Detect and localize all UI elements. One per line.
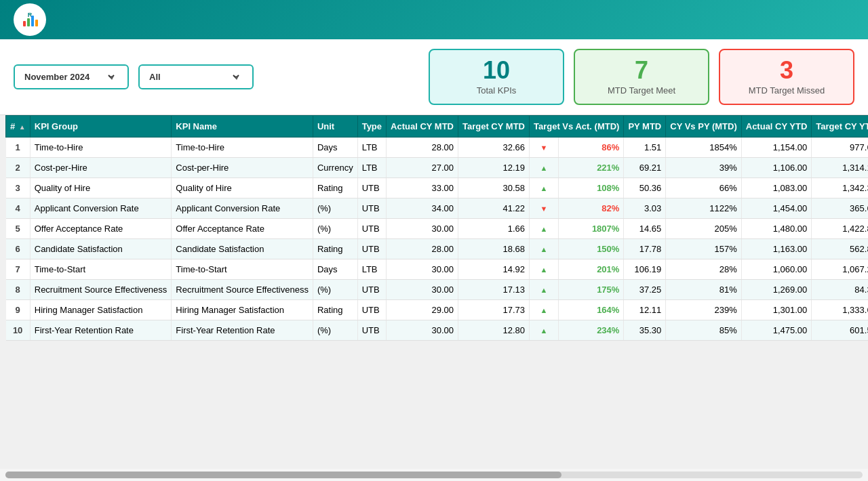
table-header-row: # ▲ KPI Group KPI Name Unit Type Actual …	[6, 116, 869, 138]
cell-kpi-name: First-Year Retention Rate	[172, 320, 313, 341]
cell-kpi-group: Cost-per-Hire	[30, 158, 172, 178]
cell-py-mtd: 37.25	[624, 280, 666, 300]
cell-type: UTB	[357, 300, 386, 320]
total-kpis-label: Total KPIs	[449, 85, 544, 96]
cell-kpi-name: Time-to-Start	[172, 259, 313, 280]
cell-actual-cy-ytd: 1,454.00	[741, 198, 812, 219]
cell-pct: 150%	[559, 239, 624, 259]
cell-num: 9	[6, 300, 31, 320]
cell-num: 7	[6, 259, 31, 280]
cell-kpi-group: Offer Acceptance Rate	[30, 219, 172, 239]
cell-target-cy-mtd: 14.92	[458, 259, 529, 280]
table-row: 3 Quality of Hire Quality of Hire Rating…	[6, 178, 869, 198]
svg-rect-3	[27, 18, 30, 26]
cell-kpi-name: Hiring Manager Satisfaction	[172, 300, 313, 320]
cell-actual-cy-ytd: 1,106.00	[741, 158, 812, 178]
cell-actual-cy-ytd: 1,163.00	[741, 239, 812, 259]
cell-cy-vs-py: 239%	[666, 300, 741, 320]
kpi-summary-cards: 10 Total KPIs 7 MTD Target Meet 3 MTD Ta…	[429, 49, 854, 105]
cell-kpi-group: Candidate Satisfaction	[30, 239, 172, 259]
svg-rect-4	[31, 16, 34, 26]
cell-num: 1	[6, 138, 31, 158]
cell-unit: Days	[313, 138, 357, 158]
col-actual-cy-mtd: Actual CY MTD	[387, 116, 458, 138]
cell-actual-cy-ytd: 1,154.00	[741, 138, 812, 158]
cell-py-mtd: 35.30	[624, 320, 666, 341]
mtd-missed-value: 3	[739, 58, 834, 83]
svg-rect-5	[35, 20, 38, 26]
horizontal-scrollbar[interactable]	[0, 469, 868, 481]
cell-arrow: ▲	[529, 178, 558, 198]
cell-kpi-group: Hiring Manager Satisfaction	[30, 300, 172, 320]
arrow-up-icon: ▲	[540, 164, 548, 172]
table-row: 1 Time-to-Hire Time-to-Hire Days LTB 28.…	[6, 138, 869, 158]
arrow-up-icon: ▲	[540, 286, 548, 294]
cell-target-cy-ytd: 1,314.14	[812, 158, 868, 178]
mtd-meet-label: MTD Target Meet	[594, 85, 689, 96]
col-kpi-name: KPI Name	[172, 116, 313, 138]
header: R	[0, 0, 868, 39]
cell-unit: Rating	[313, 239, 357, 259]
cell-kpi-group: Time-to-Hire	[30, 138, 172, 158]
cell-cy-vs-py: 1854%	[666, 138, 741, 158]
col-kpi-group: KPI Group	[30, 116, 172, 138]
scroll-thumb[interactable]	[5, 472, 561, 478]
cell-actual-cy-ytd: 1,083.00	[741, 178, 812, 198]
table-row: 4 Applicant Conversion Rate Applicant Co…	[6, 198, 869, 219]
cell-type: UTB	[357, 280, 386, 300]
cell-pct: 221%	[559, 158, 624, 178]
arrow-up-icon: ▲	[540, 266, 548, 274]
month-select[interactable]: November 2024	[22, 70, 117, 84]
arrow-up-icon: ▲	[540, 327, 548, 335]
cell-kpi-name: Quality of Hire	[172, 178, 313, 198]
kpi-table-container: # ▲ KPI Group KPI Name Unit Type Actual …	[0, 115, 868, 346]
cell-actual-cy-ytd: 1,269.00	[741, 280, 812, 300]
cell-py-mtd: 106.19	[624, 259, 666, 280]
cell-target-cy-mtd: 1.66	[458, 219, 529, 239]
cell-unit: (%)	[313, 320, 357, 341]
kpi-group-filter-wrapper: All	[146, 70, 245, 84]
cell-unit: (%)	[313, 219, 357, 239]
cell-target-cy-ytd: 1,333.64	[812, 300, 868, 320]
cell-pct: 201%	[559, 259, 624, 280]
cell-actual-cy-mtd: 27.00	[387, 158, 458, 178]
cell-target-cy-ytd: 562.80	[812, 239, 868, 259]
kpi-group-select[interactable]: All	[146, 70, 241, 84]
cell-target-cy-mtd: 12.19	[458, 158, 529, 178]
col-target-vs-act: Target Vs Act. (MTD)	[529, 116, 623, 138]
cell-py-mtd: 3.03	[624, 198, 666, 219]
arrow-up-icon: ▲	[540, 306, 548, 314]
scroll-track	[5, 472, 863, 478]
cell-target-cy-mtd: 30.58	[458, 178, 529, 198]
cell-type: LTB	[357, 138, 386, 158]
table-row: 8 Recruitment Source Effectiveness Recru…	[6, 280, 869, 300]
mtd-meet-card: 7 MTD Target Meet	[574, 49, 709, 105]
cell-py-mtd: 14.65	[624, 219, 666, 239]
cell-target-cy-ytd: 1,067.28	[812, 259, 868, 280]
cell-actual-cy-mtd: 28.00	[387, 239, 458, 259]
cell-actual-cy-mtd: 28.00	[387, 138, 458, 158]
cell-pct: 82%	[559, 198, 624, 219]
arrow-up-icon: ▲	[540, 225, 548, 233]
cell-actual-cy-ytd: 1,475.00	[741, 320, 812, 341]
cell-target-cy-mtd: 17.73	[458, 300, 529, 320]
cell-arrow: ▲	[529, 280, 558, 300]
cell-num: 3	[6, 178, 31, 198]
kpi-table: # ▲ KPI Group KPI Name Unit Type Actual …	[5, 115, 868, 341]
arrow-down-icon: ▼	[540, 205, 548, 213]
cell-target-cy-ytd: 84.30	[812, 280, 868, 300]
cell-actual-cy-mtd: 30.00	[387, 259, 458, 280]
cell-type: LTB	[357, 158, 386, 178]
cell-target-cy-ytd: 977.69	[812, 138, 868, 158]
cell-pct: 1807%	[559, 219, 624, 239]
col-target-cy-ytd: Target CY YTD	[812, 116, 868, 138]
cell-target-cy-mtd: 12.80	[458, 320, 529, 341]
cell-py-mtd: 1.51	[624, 138, 666, 158]
col-target-cy-mtd: Target CY MTD	[458, 116, 529, 138]
col-num: # ▲	[6, 116, 31, 138]
cell-arrow: ▲	[529, 219, 558, 239]
cell-py-mtd: 50.36	[624, 178, 666, 198]
cell-type: UTB	[357, 320, 386, 341]
total-kpis-value: 10	[449, 58, 544, 83]
mtd-missed-card: 3 MTD Target Missed	[719, 49, 854, 105]
